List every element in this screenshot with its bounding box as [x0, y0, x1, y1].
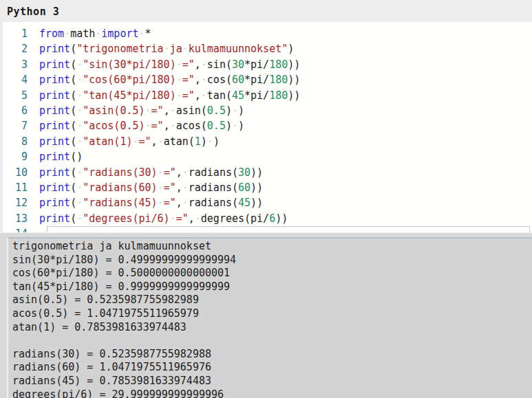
output-line: radians(30) = 0.5235987755982988 [12, 348, 532, 362]
token-k: print [39, 197, 70, 209]
token-n: 30 [238, 166, 251, 179]
code-line: 9print() [3, 149, 532, 164]
code-text: print(·"asin(0.5)·=",·asin(0.5)·) [39, 103, 244, 118]
output-line: radians(60) = 1.0471975511965976 [12, 361, 532, 375]
code-text: print("trigonometria·ja·kulmamuunnokset"… [39, 41, 294, 56]
line-number: 5 [3, 88, 28, 103]
output-pane: trigonometria ja kulmamuunnoksetsin(30*p… [0, 232, 532, 398]
code-line: 5print(·"tan(45*pi/180)·=",·tan(45*pi/18… [3, 88, 532, 103]
token-p: , [151, 135, 158, 148]
token-s: =" [164, 181, 176, 194]
token-s: "cos(60*pi/180) [83, 74, 175, 86]
token-k: from [39, 27, 64, 40]
token-p: tan( [207, 89, 232, 102]
token-n: 60 [238, 181, 251, 194]
code-line: 1from·math·import·* [3, 26, 532, 41]
token-n: 60 [232, 74, 244, 86]
token-k: print [39, 181, 70, 194]
token-w: · [76, 166, 83, 179]
token-p: ( [70, 166, 76, 179]
output-line: cos(60*pi/180) = 0.5000000000000001 [12, 267, 532, 280]
token-w: · [164, 43, 170, 55]
token-s: "tan(45*pi/180) [83, 89, 175, 102]
token-p: ( [70, 181, 76, 194]
token-n: 45 [232, 89, 244, 102]
token-k: print [39, 89, 70, 102]
token-w: · [76, 212, 83, 225]
token-w: · [201, 58, 207, 71]
line-number: 6 [3, 103, 28, 118]
token-w: · [76, 104, 83, 117]
code-text: print(·"tan(45*pi/180)·=",·tan(45*pi/180… [39, 88, 300, 103]
token-w: · [145, 120, 151, 132]
code-line: 8print(·"atan(1)·=",·atan(1)·) [3, 134, 532, 149]
token-s: =" [182, 58, 195, 71]
token-p: ( [70, 120, 76, 132]
token-p: radians( [189, 197, 238, 209]
token-w: · [158, 135, 164, 148]
token-s: =" [176, 212, 189, 225]
line-number: 11 [3, 180, 28, 195]
token-p: , [189, 212, 195, 225]
token-s: "sin(30*pi/180) [83, 58, 175, 71]
editor-horizontal-scrollbar[interactable] [47, 226, 530, 232]
token-n: 180 [269, 58, 288, 71]
token-s: "radians(30) [83, 166, 157, 179]
token-p: *pi/ [244, 58, 269, 71]
token-w: · [232, 104, 238, 117]
token-n: 0.5 [207, 104, 226, 117]
code-line: 6print(·"asin(0.5)·=",·asin(0.5)·) [3, 103, 532, 118]
token-w: · [182, 43, 189, 55]
token-k: print [39, 151, 70, 163]
token-w: · [207, 135, 213, 148]
code-line: 12print(·"radians(45)·=",·radians(45)) [3, 195, 532, 210]
code-line: 11print(·"radians(60)·=",·radians(60)) [3, 180, 532, 195]
code-text: from·math·import·* [39, 26, 151, 41]
token-s: =" [164, 197, 176, 209]
token-p: ) [201, 135, 207, 148]
token-p: ( [70, 104, 76, 117]
token-k: print [39, 58, 70, 71]
line-number: 1 [3, 26, 28, 41]
output-line: tan(45*pi/180) = 0.9999999999999999 [12, 280, 532, 294]
line-number: 3 [3, 57, 28, 72]
token-w: · [182, 166, 189, 179]
token-p: radians( [189, 181, 238, 194]
token-p: ( [70, 43, 76, 55]
code-text: print(·"sin(30*pi/180)·=",·sin(30*pi/180… [39, 57, 300, 72]
token-p: degrees(pi/ [201, 212, 269, 225]
token-w: · [95, 27, 101, 40]
code-line: 3print(·"sin(30*pi/180)·=",·sin(30*pi/18… [3, 57, 532, 72]
token-p: ( [70, 58, 76, 71]
token-n: 1 [195, 135, 201, 148]
line-number: 14 [3, 226, 28, 232]
line-number: 8 [3, 134, 28, 149]
token-s: =" [182, 89, 195, 102]
token-w: · [145, 104, 151, 117]
token-p: acos( [176, 120, 207, 132]
output-line: degrees(pi/6) = 29.999999999999996 [12, 388, 532, 398]
token-n: 30 [232, 58, 244, 71]
python3-ide-window: Python 3 1from·math·import·*2print("trig… [0, 0, 532, 398]
token-w: · [76, 120, 83, 132]
token-w: · [201, 74, 207, 86]
output-line [12, 334, 532, 348]
output-console: trigonometria ja kulmamuunnoksetsin(30*p… [7, 237, 532, 398]
output-line: trigonometria ja kulmamuunnokset [12, 240, 532, 254]
token-s: =" [164, 166, 176, 179]
token-p: ( [70, 212, 76, 225]
token-p: ) [288, 43, 294, 55]
output-line: sin(30*pi/180) = 0.49999999999999994 [12, 254, 532, 267]
code-lines-container: 1from·math·import·*2print("trigonometria… [3, 26, 532, 232]
code-text: print() [39, 149, 83, 164]
token-p: ) [238, 104, 244, 117]
token-s: "acos(0.5) [83, 120, 145, 132]
code-line: 13print(·"degrees(pi/6)·=",·degrees(pi/6… [3, 211, 532, 226]
page-title: Python 3 [7, 5, 59, 18]
token-p: *pi/ [244, 89, 269, 102]
token-n: 45 [238, 197, 251, 209]
code-editor[interactable]: 1from·math·import·*2print("trigonometria… [0, 22, 532, 232]
token-p: * [145, 27, 151, 40]
token-s: "radians(60) [83, 181, 157, 194]
token-s: "asin(0.5) [83, 104, 145, 117]
